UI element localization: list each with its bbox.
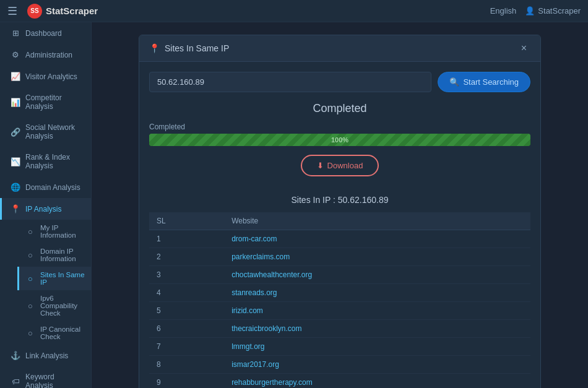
table-row: 2 parkerclaims.com — [149, 248, 530, 266]
cell-website[interactable]: thecraicbrooklyn.com — [224, 320, 530, 338]
user-icon: 👤 — [525, 6, 535, 15]
sites-in-ip-title: Sites In IP : 50.62.160.89 — [149, 195, 530, 205]
table-row: 3 choctawhealthcenter.org — [149, 266, 530, 284]
cell-sl: 9 — [149, 374, 224, 389]
ip-analysis-icon: 📍 — [11, 204, 20, 213]
circle-icon5: ○ — [25, 329, 35, 338]
table-row: 8 ismar2017.org — [149, 356, 530, 374]
circle-icon2: ○ — [25, 251, 35, 260]
cell-website[interactable]: irizid.com — [224, 302, 530, 320]
rank-icon: 📉 — [11, 157, 20, 166]
topbar-right: English 👤 StatScraper — [490, 6, 581, 15]
cell-website[interactable]: drom-car.com — [224, 230, 530, 248]
hamburger-icon[interactable]: ☰ — [7, 4, 17, 18]
website-link[interactable]: choctawhealthcenter.org — [231, 270, 312, 279]
sidebar-item-link-analysis[interactable]: ⚓ Link Analysis — [0, 345, 91, 366]
sidebar-item-domain-ip[interactable]: ○ Domain IP Information — [17, 243, 91, 267]
cell-website[interactable]: lmmgt.org — [224, 338, 530, 356]
sidebar-item-dashboard[interactable]: ⊞ Dashboard — [0, 22, 91, 44]
sidebar-item-administration[interactable]: ⚙ Administration — [0, 44, 91, 66]
start-searching-button[interactable]: 🔍 Start Searching — [438, 72, 530, 92]
sidebar-item-my-ip[interactable]: ○ My IP Information — [17, 220, 91, 243]
username: StatScraper — [538, 6, 581, 15]
sidebar-item-domain-analysis[interactable]: 🌐 Domain Analysis — [0, 176, 91, 198]
dashboard-icon: ⊞ — [11, 28, 20, 38]
cell-website[interactable]: stanreads.org — [224, 284, 530, 302]
sidebar-label-my-ip: My IP Information — [40, 224, 86, 239]
search-icon: 🔍 — [449, 77, 459, 87]
topbar-left: ☰ SS StatScraper — [7, 4, 98, 19]
sidebar-label-ip-canonical: IP Canonical Check — [40, 325, 86, 340]
cell-website[interactable]: rehabburgertherapy.com — [224, 374, 530, 389]
sidebar-label-sites-same-ip: Sites In Same IP — [40, 271, 86, 286]
sidebar-item-ip-canonical[interactable]: ○ IP Canonical Check — [17, 321, 91, 345]
sidebar-label-domain-analysis: Domain Analysis — [25, 183, 80, 192]
website-link[interactable]: drom-car.com — [231, 235, 277, 243]
search-button-label: Start Searching — [463, 77, 519, 87]
table-row: 5 irizid.com — [149, 302, 530, 320]
table-row: 7 lmmgt.org — [149, 338, 530, 356]
domain-analysis-icon: 🌐 — [11, 183, 20, 192]
circle-icon: ○ — [25, 227, 35, 236]
sidebar-label-rank: Rank & Index Analysis — [25, 153, 82, 170]
user-menu[interactable]: 👤 StatScraper — [525, 6, 581, 15]
modal-panel: 📍 Sites In Same IP × 🔍 Start Searching — [139, 35, 541, 388]
sidebar-label-competitor: Competitor Analysis — [25, 93, 82, 111]
circle-icon4: ○ — [25, 301, 35, 311]
download-label: Download — [327, 161, 363, 170]
cell-website[interactable]: parkerclaims.com — [224, 248, 530, 266]
sidebar-label-visitor-analytics: Visitor Analytics — [25, 72, 77, 81]
sidebar-item-ip-analysis[interactable]: 📍 IP Analysis — [0, 198, 91, 220]
pin-icon: 📍 — [149, 43, 160, 53]
modal-header: 📍 Sites In Same IP × — [139, 35, 540, 62]
sidebar-item-visitor-analytics[interactable]: 📈 Visitor Analytics — [0, 66, 91, 87]
download-icon: ⬇ — [317, 161, 324, 170]
sidebar-label-ipv6: Ipv6 Compability Check — [40, 295, 86, 317]
administration-icon: ⚙ — [11, 50, 20, 59]
website-link[interactable]: thecraicbrooklyn.com — [231, 324, 301, 333]
sidebar-label-domain-ip: Domain IP Information — [40, 248, 86, 262]
language-selector[interactable]: English — [490, 6, 517, 15]
table-header-row: SL Website — [149, 212, 530, 230]
sidebar-item-ipv6[interactable]: ○ Ipv6 Compability Check — [17, 290, 91, 321]
table-row: 1 drom-car.com — [149, 230, 530, 248]
sidebar: ⊞ Dashboard ⚙ Administration 📈 Visitor A… — [0, 22, 92, 388]
search-row: 🔍 Start Searching — [149, 72, 530, 92]
logo: SS StatScraper — [27, 4, 98, 19]
link-icon: ⚓ — [11, 351, 20, 360]
sidebar-item-sites-same-ip[interactable]: ○ Sites In Same IP — [17, 267, 91, 290]
website-link[interactable]: stanreads.org — [231, 288, 277, 297]
sidebar-label-link: Link Analysis — [25, 351, 68, 360]
modal-title: 📍 Sites In Same IP — [149, 43, 229, 53]
sidebar-item-social-network[interactable]: 🔗 Social Network Analysis — [0, 117, 91, 147]
completed-title: Completed — [149, 102, 530, 115]
progress-label: Completed — [149, 123, 530, 131]
layout: ⊞ Dashboard ⚙ Administration 📈 Visitor A… — [0, 22, 588, 388]
website-link[interactable]: ismar2017.org — [231, 360, 279, 369]
modal-close-button[interactable]: × — [517, 41, 530, 55]
main-content: 📍 Sites In Same IP × 🔍 Start Searching — [92, 22, 588, 388]
table-row: 4 stanreads.org — [149, 284, 530, 302]
download-button[interactable]: ⬇ Download — [301, 155, 379, 176]
sidebar-label-administration: Administration — [25, 51, 72, 59]
competitor-icon: 📊 — [11, 98, 20, 107]
sidebar-item-competitor-analysis[interactable]: 📊 Competitor Analysis — [0, 87, 91, 117]
website-link[interactable]: irizid.com — [231, 306, 263, 315]
progress-bar-fill: 100% — [149, 134, 530, 146]
keyword-icon: 🏷 — [11, 377, 20, 386]
website-link[interactable]: parkerclaims.com — [231, 252, 290, 261]
cell-website[interactable]: choctawhealthcenter.org — [224, 266, 530, 284]
cell-sl: 1 — [149, 230, 224, 248]
website-link[interactable]: lmmgt.org — [231, 342, 264, 351]
circle-icon3: ○ — [25, 274, 35, 283]
website-link[interactable]: rehabburgertherapy.com — [231, 378, 313, 387]
table-row: 9 rehabburgertherapy.com — [149, 374, 530, 389]
cell-website[interactable]: ismar2017.org — [224, 356, 530, 374]
cell-sl: 6 — [149, 320, 224, 338]
table-row: 6 thecraicbrooklyn.com — [149, 320, 530, 338]
sidebar-item-keyword-analysis[interactable]: 🏷 Keyword Analysis — [0, 366, 91, 388]
sidebar-item-rank-index[interactable]: 📉 Rank & Index Analysis — [0, 147, 91, 176]
sidebar-label-ip-analysis: IP Analysis — [25, 205, 61, 213]
ip-input[interactable] — [149, 72, 431, 92]
col-sl: SL — [149, 212, 224, 230]
